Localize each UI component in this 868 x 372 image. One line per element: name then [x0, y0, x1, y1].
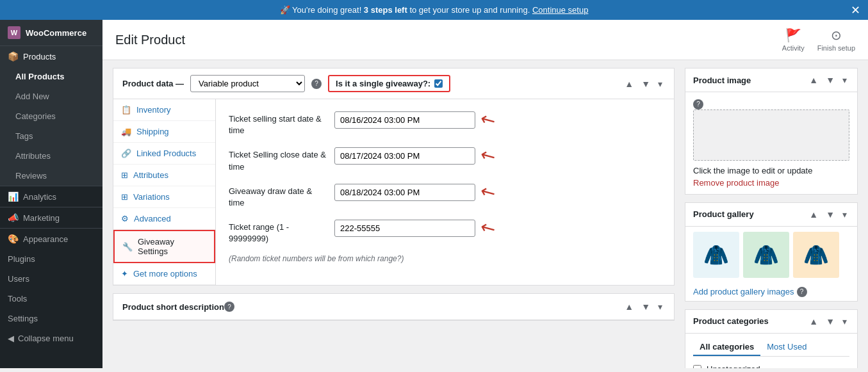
sidebar-item-attributes[interactable]: Attributes: [0, 146, 102, 166]
continue-setup-link[interactable]: Continue setup: [532, 5, 588, 15]
product-image-header: Product image ▲ ▼ ▾: [685, 69, 857, 92]
sidebar-products-section: 📦 Products All Products Add New Categori…: [0, 45, 102, 186]
ticket-start-input-wrap: ↖: [334, 109, 661, 131]
tab-giveaway-settings[interactable]: 🔧 Giveaway Settings: [113, 230, 215, 263]
product-image-help-icon[interactable]: ?: [693, 99, 703, 109]
plugins-label: Plugins: [8, 254, 35, 264]
short-desc-down-button[interactable]: ▼: [639, 300, 653, 313]
sidebar-item-products-label: Products: [23, 52, 56, 61]
shipping-tab-icon: 🚚: [121, 127, 131, 136]
sidebar-item-users[interactable]: Users: [0, 269, 102, 289]
collapse-label: Collapse menu: [18, 334, 74, 343]
product-data-tabs: 📋 Inventory 🚚 Shipping 🔗 Linked Products: [113, 99, 216, 285]
sidebar-item-add-new[interactable]: Add New: [0, 86, 102, 106]
marketing-icon: 📣: [8, 213, 18, 223]
product-gallery-up-button[interactable]: ▲: [807, 208, 821, 221]
tab-variations[interactable]: ⊞ Variations: [113, 186, 215, 208]
draw-date-label: Giveaway draw date & time: [229, 182, 328, 209]
sidebar-item-plugins[interactable]: Plugins: [0, 249, 102, 269]
remove-product-image-link[interactable]: Remove product image: [693, 178, 779, 188]
add-gallery-help-icon[interactable]: ?: [797, 287, 807, 297]
product-image-box: Product image ▲ ▼ ▾ ? Click the image to…: [685, 68, 858, 195]
ticket-close-input[interactable]: [334, 147, 475, 165]
sidebar-marketing-section: 📣 Marketing: [0, 207, 102, 228]
short-desc-close-button[interactable]: ▾: [655, 300, 665, 313]
add-gallery-label: Add product gallery images: [693, 287, 794, 296]
giveaway-label: Is it a single giveaway?:: [336, 79, 430, 88]
ticket-range-note: (Random ticket numbers will be from whic…: [229, 254, 661, 263]
tab-inventory[interactable]: 📋 Inventory: [113, 99, 215, 121]
settings-label: Settings: [8, 314, 38, 323]
product-gallery-title: Product gallery: [693, 209, 754, 219]
product-short-desc-help-icon[interactable]: ?: [224, 302, 234, 312]
linked-products-tab-icon: 🔗: [121, 149, 131, 158]
tags-label: Tags: [15, 131, 33, 141]
ticket-start-input[interactable]: [334, 111, 475, 129]
ticket-range-input[interactable]: [334, 220, 475, 237]
product-data-body: 📋 Inventory 🚚 Shipping 🔗 Linked Products: [113, 99, 674, 285]
product-gallery-down-button[interactable]: ▼: [823, 208, 837, 221]
sidebar-item-reviews[interactable]: Reviews: [0, 166, 102, 186]
cat-tab-all[interactable]: All categories: [693, 339, 760, 356]
product-categories-up-button[interactable]: ▲: [807, 315, 821, 328]
cat-tab-most-used[interactable]: Most Used: [760, 339, 813, 356]
sidebar-item-tools[interactable]: Tools: [0, 289, 102, 309]
product-type-select[interactable]: Variable product Simple product Grouped …: [190, 75, 305, 92]
product-type-help-icon[interactable]: ?: [311, 79, 322, 89]
sidebar-analytics-section: 📊 Analytics: [0, 186, 102, 207]
activity-button[interactable]: 🚩 Activity: [782, 28, 805, 52]
product-categories-close-button[interactable]: ▾: [840, 315, 849, 328]
category-tabs: All categories Most Used: [693, 339, 849, 357]
sidebar-item-appearance[interactable]: 🎨 Appearance: [0, 229, 102, 249]
tab-get-more-options[interactable]: ✦ Get more options: [113, 263, 215, 285]
add-gallery-images-link[interactable]: Add product gallery images ?: [685, 283, 857, 301]
sidebar-collapse-button[interactable]: ◀ Collapse menu: [0, 328, 102, 348]
ticket-close-arrow: ↖: [476, 143, 499, 169]
giveaway-checkbox[interactable]: [434, 79, 443, 88]
collapse-down-button[interactable]: ▼: [639, 77, 653, 90]
inventory-tab-label: Inventory: [136, 105, 170, 115]
collapse-close-button[interactable]: ▾: [655, 77, 665, 90]
sidebar-item-analytics[interactable]: 📊 Analytics: [0, 186, 102, 207]
sidebar-item-tags[interactable]: Tags: [0, 126, 102, 146]
collapse-up-button[interactable]: ▲: [622, 77, 636, 90]
appearance-icon: 🎨: [8, 234, 18, 244]
giveaway-settings-tab-icon: 🔧: [122, 242, 133, 252]
gallery-thumb-1[interactable]: 🧥: [693, 232, 739, 278]
gallery-thumb-3[interactable]: 🧥: [793, 232, 839, 278]
sidebar-item-all-products[interactable]: All Products: [0, 67, 102, 86]
ticket-range-input-wrap: ↖: [334, 218, 661, 239]
draw-date-input[interactable]: [334, 184, 475, 201]
gallery-thumb-2[interactable]: 🧥: [743, 232, 789, 278]
tab-advanced[interactable]: ⚙ Advanced: [113, 208, 215, 230]
sidebar-item-categories[interactable]: Categories: [0, 106, 102, 126]
product-categories-down-button[interactable]: ▼: [823, 315, 837, 328]
short-desc-up-button[interactable]: ▲: [622, 300, 636, 313]
product-gallery-header-actions: ▲ ▼ ▾: [807, 208, 849, 221]
cat-checkbox-uncategorized[interactable]: [693, 365, 701, 369]
ticket-range-arrow: ↖: [476, 216, 499, 241]
tab-attributes[interactable]: ⊞ Attributes: [113, 165, 215, 186]
analytics-icon: 📊: [8, 191, 18, 202]
product-image-up-button[interactable]: ▲: [807, 74, 821, 86]
tab-shipping[interactable]: 🚚 Shipping: [113, 121, 215, 143]
inventory-tab-icon: 📋: [121, 105, 131, 115]
sidebar-item-marketing[interactable]: 📣 Marketing: [0, 207, 102, 228]
sidebar-item-products-parent[interactable]: 📦 Products: [0, 46, 102, 67]
ticket-close-input-wrap: ↖: [334, 145, 661, 166]
ticket-start-label: Ticket selling start date & time: [229, 109, 328, 136]
products-icon: 📦: [8, 51, 18, 61]
product-image-down-button[interactable]: ▼: [823, 74, 837, 86]
finish-setup-button[interactable]: ⊙ Finish setup: [817, 28, 855, 52]
banner-close-button[interactable]: ✕: [851, 4, 860, 16]
product-gallery-close-button[interactable]: ▾: [840, 208, 849, 221]
attributes-tab-label: Attributes: [133, 170, 168, 180]
header-actions: 🚩 Activity ⊙ Finish setup: [782, 28, 855, 52]
hoodie-icon-3: 🧥: [803, 243, 829, 267]
product-image-close-button[interactable]: ▾: [840, 74, 849, 86]
draw-date-input-wrap: ↖: [334, 182, 661, 203]
sidebar-item-settings[interactable]: Settings: [0, 309, 102, 328]
product-categories-header: Product categories ▲ ▼ ▾: [685, 310, 857, 334]
tab-linked-products[interactable]: 🔗 Linked Products: [113, 143, 215, 165]
main-column: Product data — Variable product Simple p…: [113, 68, 675, 368]
